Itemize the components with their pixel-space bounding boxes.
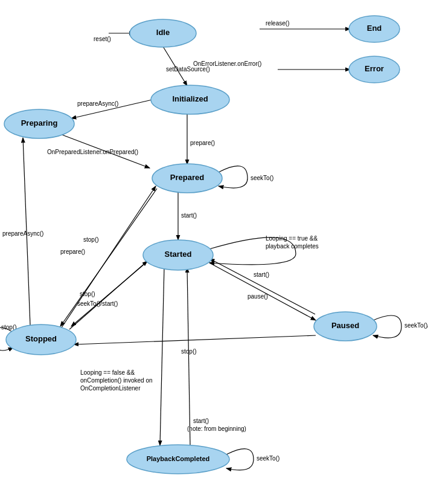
- initialized-label: Initialized: [172, 94, 208, 103]
- stopped-prepared-arrow: [60, 186, 156, 329]
- paused-selfloop: [373, 315, 401, 338]
- preparing-label: Preparing: [21, 118, 58, 128]
- seekto-prepared-label: seekTo(): [251, 175, 273, 181]
- release-label: release(): [266, 20, 289, 27]
- playback-selfloop: [226, 449, 254, 470]
- looping-false-label: Looping == false &&: [80, 369, 135, 376]
- start-1-label: start(): [181, 212, 197, 219]
- stopped-label: Stopped: [25, 334, 57, 343]
- paused-started-arrow: [209, 259, 315, 314]
- error-label: Error: [365, 64, 384, 73]
- started-label: Started: [165, 250, 192, 259]
- started-playback-arrow: [160, 267, 164, 445]
- onprepared-label: OnPreparedListener.onPrepared(): [47, 149, 138, 155]
- seekto-pause-label: seekTo()/pause(): [404, 322, 428, 329]
- oncompletionlistener-label: OnCompletionListener: [80, 385, 141, 392]
- reset-label: reset(): [94, 36, 111, 42]
- paused-stopped-arrow: [74, 335, 316, 344]
- end-label: End: [367, 24, 382, 33]
- start-paused-label: start(): [254, 271, 269, 278]
- playback-started-arrow: [187, 268, 190, 445]
- start-playback-label: start(): [193, 418, 209, 424]
- seektodstart-label: seekTo()/start(): [77, 300, 118, 307]
- onerror-label: OnErrorListener.onError(): [193, 60, 261, 67]
- note-beginning-label: (note: from beginning): [187, 425, 246, 432]
- prepareasync-stopped-label: prepareAsync(): [2, 230, 43, 237]
- prepare-1-label: prepare(): [190, 140, 215, 146]
- looping-true-label: Looping == true &&: [266, 235, 318, 242]
- stop-2-label: stop(): [83, 236, 99, 243]
- prepared-seekto-loop: [219, 166, 248, 188]
- playback-completes-label: playback completes: [266, 243, 319, 250]
- seekto-playback-label: seekTo(): [257, 455, 279, 462]
- prepare-stopped-label: prepare(): [60, 248, 85, 255]
- oncompletion-label: onCompletion() invoked on: [80, 377, 153, 384]
- paused-label: Paused: [331, 321, 359, 330]
- state-diagram: reset() release() setDataSource() OnErro…: [0, 0, 428, 504]
- idle-label: Idle: [156, 28, 170, 37]
- playbackcompleted-label: PlaybackCompleted: [147, 455, 210, 462]
- prepareasync-1-label: prepareAsync(): [77, 100, 118, 107]
- pause-label: pause(): [248, 293, 268, 300]
- prepared-label: Prepared: [170, 173, 204, 182]
